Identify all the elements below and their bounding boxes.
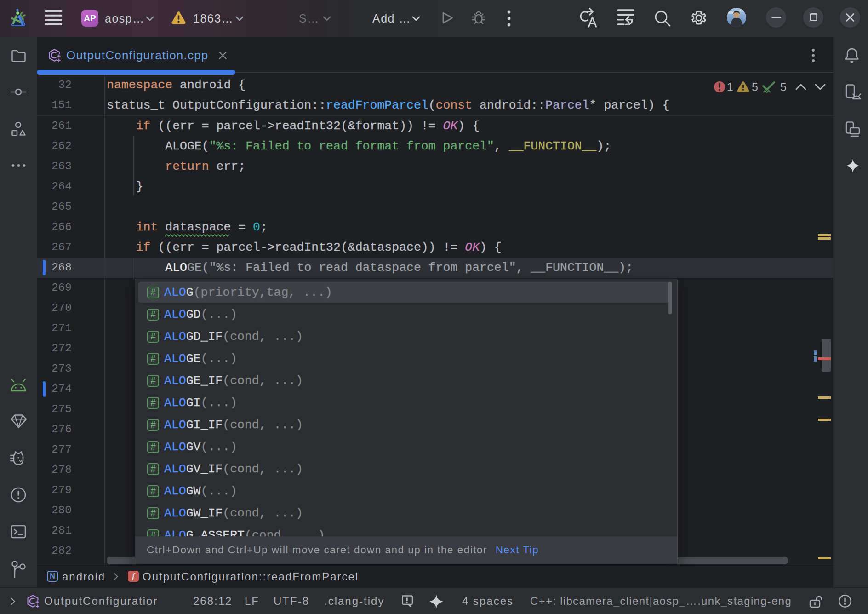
svg-text:5: 5 bbox=[752, 80, 758, 93]
svg-text:5: 5 bbox=[780, 80, 787, 93]
svg-text:1: 1 bbox=[727, 80, 733, 93]
